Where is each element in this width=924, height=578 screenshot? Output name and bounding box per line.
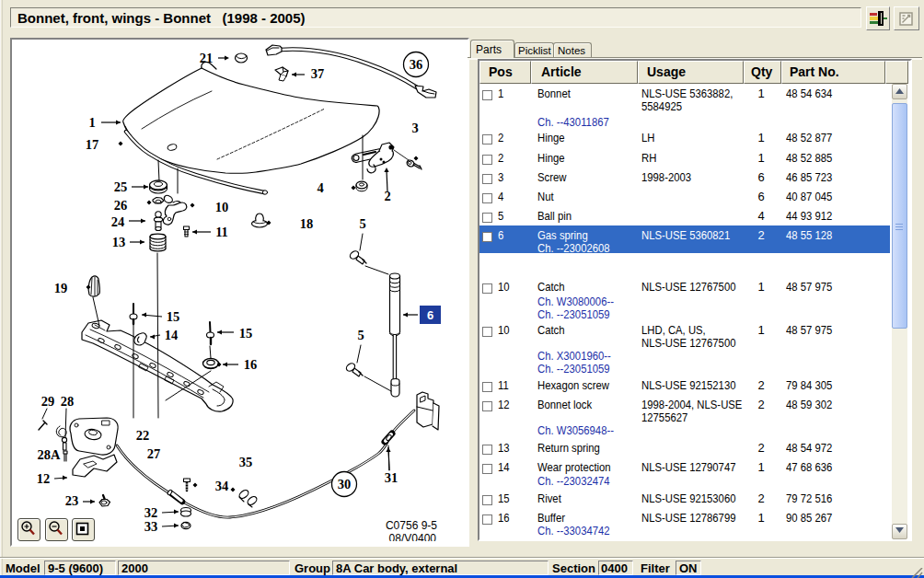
svg-text:16: 16 bbox=[244, 357, 258, 372]
svg-text:23: 23 bbox=[65, 493, 79, 508]
svg-text:29: 29 bbox=[41, 394, 55, 409]
svg-text:25: 25 bbox=[114, 179, 128, 194]
svg-text:36: 36 bbox=[410, 57, 423, 72]
svg-text:11: 11 bbox=[215, 225, 228, 239]
svg-text:5: 5 bbox=[359, 216, 365, 231]
svg-text:08/V0400: 08/V0400 bbox=[389, 532, 437, 541]
svg-text:19: 19 bbox=[54, 281, 68, 295]
svg-text:12: 12 bbox=[37, 471, 51, 486]
svg-text:18: 18 bbox=[300, 216, 314, 231]
svg-text:34: 34 bbox=[215, 479, 229, 493]
svg-text:3: 3 bbox=[411, 121, 418, 135]
svg-text:5: 5 bbox=[357, 328, 364, 342]
svg-text:32: 32 bbox=[144, 505, 158, 520]
svg-text:22: 22 bbox=[136, 428, 150, 443]
svg-text:28A: 28A bbox=[38, 447, 62, 462]
svg-text:1: 1 bbox=[88, 115, 95, 130]
svg-text:21: 21 bbox=[200, 51, 214, 65]
svg-text:30: 30 bbox=[338, 477, 352, 491]
svg-text:37: 37 bbox=[311, 66, 325, 81]
svg-text:13: 13 bbox=[112, 235, 126, 249]
svg-text:10: 10 bbox=[215, 200, 229, 214]
svg-text:C0756 9-5: C0756 9-5 bbox=[386, 519, 437, 532]
svg-text:27: 27 bbox=[147, 446, 161, 461]
svg-text:15: 15 bbox=[167, 309, 180, 324]
svg-text:4: 4 bbox=[317, 180, 323, 195]
svg-text:14: 14 bbox=[165, 328, 179, 342]
svg-text:26: 26 bbox=[114, 198, 128, 213]
svg-text:24: 24 bbox=[111, 214, 125, 229]
svg-text:28: 28 bbox=[61, 394, 75, 409]
svg-text:31: 31 bbox=[385, 470, 398, 485]
svg-text:35: 35 bbox=[239, 455, 253, 469]
svg-text:15: 15 bbox=[239, 326, 253, 341]
svg-text:17: 17 bbox=[86, 137, 99, 152]
svg-text:6: 6 bbox=[427, 308, 433, 322]
svg-text:2: 2 bbox=[384, 189, 390, 203]
svg-text:33: 33 bbox=[144, 519, 158, 534]
